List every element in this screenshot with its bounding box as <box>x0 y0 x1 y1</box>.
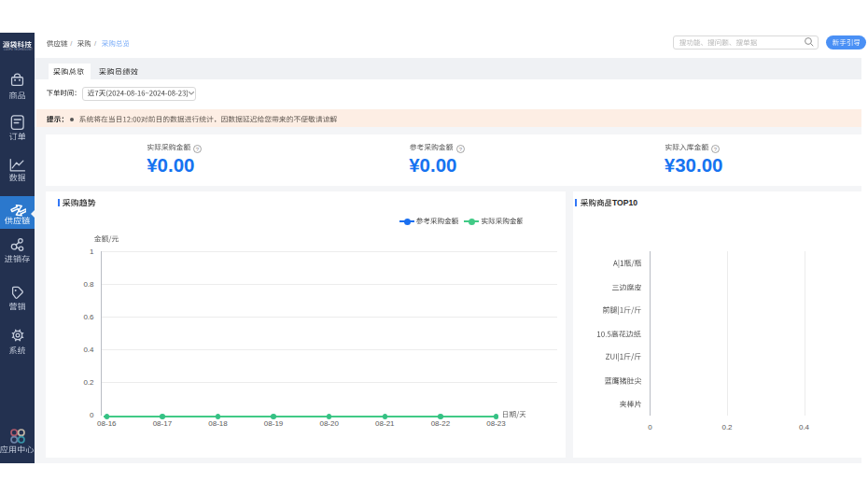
svg-text:?: ? <box>714 147 718 152</box>
svg-text:?: ? <box>196 147 200 152</box>
svg-text:?: ? <box>459 147 463 152</box>
